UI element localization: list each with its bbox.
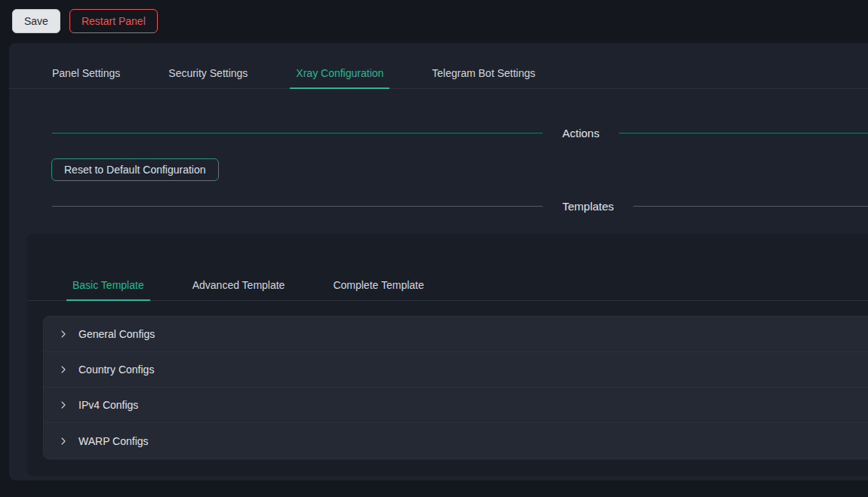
tab-advanced-template[interactable]: Advanced Template [191, 270, 287, 300]
actions-divider: Actions [9, 127, 868, 140]
tab-panel-settings[interactable]: Panel Settings [51, 58, 122, 88]
settings-card: Panel Settings Security Settings Xray Co… [9, 43, 868, 480]
chevron-right-icon [59, 400, 68, 410]
config-collapse-list: General Configs Country Configs IPv4 Con… [43, 316, 868, 459]
collapse-item-ipv4-configs[interactable]: IPv4 Configs [44, 388, 868, 423]
tab-xray-configuration[interactable]: Xray Configuration [294, 58, 385, 88]
divider-line [52, 133, 543, 133]
actions-divider-label: Actions [543, 127, 619, 140]
templates-divider-label: Templates [543, 200, 633, 213]
restart-panel-button[interactable]: Restart Panel [69, 9, 158, 33]
collapse-item-country-configs[interactable]: Country Configs [44, 352, 868, 388]
tab-security-settings[interactable]: Security Settings [167, 58, 249, 88]
chevron-right-icon [59, 330, 68, 339]
save-button[interactable]: Save [12, 9, 60, 33]
collapse-item-general-configs[interactable]: General Configs [44, 317, 868, 352]
templates-card: Basic Template Advanced Template Complet… [27, 234, 868, 476]
top-toolbar: Save Restart Panel [0, 0, 868, 43]
reset-default-configuration-button[interactable]: Reset to Default Configuration [51, 158, 219, 181]
chevron-right-icon [59, 437, 68, 446]
template-tabs: Basic Template Advanced Template Complet… [27, 270, 868, 301]
tab-basic-template[interactable]: Basic Template [71, 270, 146, 300]
chevron-right-icon [59, 365, 68, 374]
collapse-item-label: Country Configs [78, 364, 154, 376]
tab-telegram-bot-settings[interactable]: Telegram Bot Settings [430, 58, 537, 88]
settings-tabs: Panel Settings Security Settings Xray Co… [9, 58, 868, 89]
collapse-item-label: IPv4 Configs [78, 399, 138, 411]
collapse-item-label: General Configs [78, 328, 155, 340]
collapse-item-warp-configs[interactable]: WARP Configs [44, 423, 868, 459]
tab-complete-template[interactable]: Complete Template [331, 270, 425, 300]
collapse-item-label: WARP Configs [78, 435, 149, 447]
divider-line [633, 206, 868, 207]
templates-divider: Templates [9, 200, 868, 213]
actions-row: Reset to Default Configuration [51, 158, 868, 181]
divider-line [619, 133, 868, 133]
divider-line [52, 206, 543, 207]
